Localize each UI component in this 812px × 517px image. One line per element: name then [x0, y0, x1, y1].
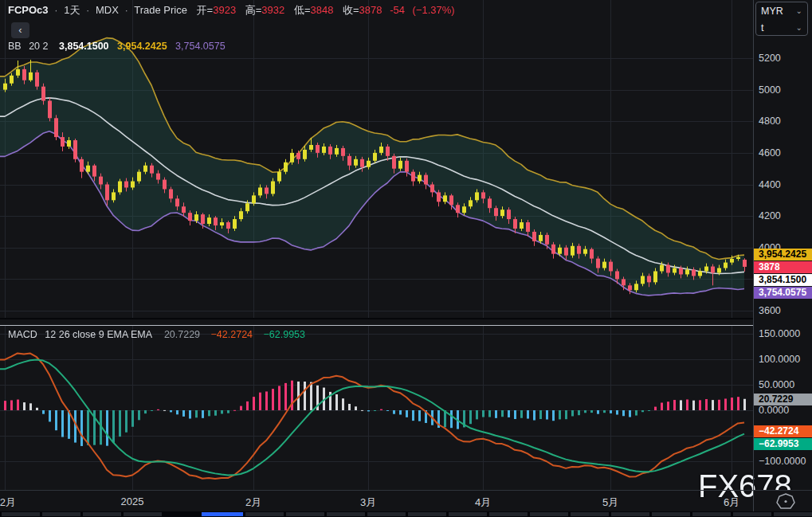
low-label: 低= — [294, 4, 311, 16]
timeline-segment — [327, 512, 365, 516]
last-price-tag: 3878 — [754, 261, 812, 273]
timeline-segment — [83, 512, 121, 516]
bb-params: 20 2 — [29, 41, 48, 52]
price-tick-label: 4400 — [759, 179, 781, 190]
open-value: 3923 — [213, 4, 236, 16]
timeline-segment — [42, 512, 80, 516]
price-tick-label: 4200 — [759, 210, 781, 221]
macd-signal-tag: −62.9953 — [754, 438, 812, 450]
chevron-down-icon: ⌄ — [796, 23, 802, 32]
bb-lower-value: 3,754.0575 — [175, 41, 226, 52]
bb-upper-tag: 3,954.2425 — [754, 249, 812, 260]
chart-header: FCPOc3 · 1天 · MDX · Trade Price 开=3923 高… — [8, 3, 455, 18]
timeline-segment — [571, 512, 609, 516]
macd-indicator-legend[interactable]: MACD 12 26 close 9 EMA EMA 20.7229 −42.2… — [8, 329, 305, 340]
timeline-segment — [245, 512, 284, 516]
timeline-segment — [286, 512, 324, 516]
low-value: 3848 — [310, 4, 333, 16]
separator-dot: · — [54, 4, 57, 16]
timeline-segment — [530, 512, 568, 516]
time-axis-label: 2025 — [121, 495, 144, 507]
macd-chart-canvas[interactable] — [0, 326, 754, 490]
time-axis-label: 3月 — [360, 495, 376, 510]
macd-tick-label: 150.0000 — [759, 328, 800, 339]
bb-basis-value: 3,854.1500 — [59, 41, 109, 52]
scale-settings-box: MYR ⌄ t ⌄ — [755, 2, 808, 36]
bb-upper-value: 3,954.2425 — [117, 41, 167, 52]
timeline-segment — [367, 512, 406, 516]
high-label: 高= — [245, 4, 262, 16]
interval-label[interactable]: 1天 — [64, 4, 80, 16]
timeline-segment — [408, 512, 446, 516]
price-tick-label: 4600 — [759, 147, 781, 159]
price-scale[interactable]: MYR ⌄ t ⌄ 520050004800460044004200400036… — [754, 0, 812, 491]
chevron-down-icon: ⌄ — [796, 6, 802, 15]
symbol-name[interactable]: FCPOc3 — [8, 4, 49, 16]
time-axis-label: 5月 — [602, 495, 618, 510]
macd-line-value: −42.2724 — [211, 329, 253, 340]
macd-name: MACD — [8, 329, 37, 340]
high-value: 3932 — [261, 4, 284, 16]
target-icon[interactable] — [754, 491, 812, 511]
back-button[interactable]: ‹ — [11, 22, 29, 38]
time-axis-border — [0, 490, 812, 491]
unit-select[interactable]: t ⌄ — [756, 19, 807, 36]
bb-indicator-legend[interactable]: BB 20 2 3,854.1500 3,954.2425 3,754.0575 — [8, 41, 226, 52]
time-scale[interactable]: 12月20252月3月4月5月6月 — [0, 491, 754, 511]
macd-tick-label: 100.0000 — [759, 354, 800, 365]
timeline-navigation-strip[interactable] — [0, 511, 812, 517]
time-axis-label: 12月 — [0, 495, 16, 510]
time-axis-label: 6月 — [724, 495, 739, 510]
pane-divider[interactable] — [0, 318, 812, 319]
price-tick-label: 5200 — [759, 53, 781, 64]
timeline-segment — [449, 512, 487, 516]
macd-tick-label: 0.0000 — [759, 405, 789, 416]
macd-params: 12 26 close 9 EMA EMA — [45, 329, 151, 340]
price-tick-label: 3600 — [759, 305, 781, 316]
open-label: 开= — [197, 4, 214, 16]
exchange-label: MDX — [96, 4, 119, 16]
bb-name: BB — [8, 41, 22, 52]
bb-basis-tag: 3,854.1500 — [754, 274, 812, 286]
close-value: 3878 — [359, 4, 382, 16]
timeline-segment — [489, 512, 528, 516]
time-axis-label: 4月 — [475, 495, 491, 510]
price-tick-label: 4800 — [759, 116, 781, 127]
currency-value: MYR — [761, 6, 783, 17]
close-label: 收= — [343, 4, 359, 16]
separator-dot: · — [86, 4, 89, 16]
macd-tick-label: −100.0000 — [759, 456, 806, 467]
bb-lower-tag: 3,754.0575 — [754, 287, 812, 299]
series-type-label: Trade Price — [134, 4, 187, 16]
timeline-segment — [733, 512, 771, 516]
trading-chart-app: FCPOc3 · 1天 · MDX · Trade Price 开=3923 高… — [0, 0, 812, 517]
timeline-segment — [774, 512, 812, 516]
macd-hist-tag: 20.7229 — [754, 394, 812, 405]
timeline-segment — [124, 512, 162, 516]
macd-tick-label: 50.0000 — [759, 379, 794, 390]
price-tick-label: 5000 — [759, 84, 781, 96]
macd-signal-value: −62.9953 — [264, 329, 305, 340]
time-axis-label: 2月 — [245, 495, 261, 510]
timeline-segment — [611, 512, 649, 516]
timeline-segment — [2, 512, 40, 516]
macd-line-tag: −42.2724 — [754, 425, 812, 437]
price-axis-border — [753, 0, 754, 511]
timeline-viewport-handle[interactable] — [202, 512, 243, 516]
separator-dot: · — [125, 4, 128, 16]
change-value: -54 — [390, 4, 405, 16]
currency-select[interactable]: MYR ⌄ — [756, 2, 807, 19]
macd-hist-value: 20.7229 — [164, 329, 200, 340]
timeline-segment — [692, 512, 731, 516]
axis-corner — [754, 491, 812, 511]
unit-value: t — [761, 22, 763, 33]
pane-resize-handle[interactable] — [0, 325, 812, 326]
timeline-segment — [652, 512, 690, 516]
change-percent: (−1.37%) — [413, 4, 455, 16]
